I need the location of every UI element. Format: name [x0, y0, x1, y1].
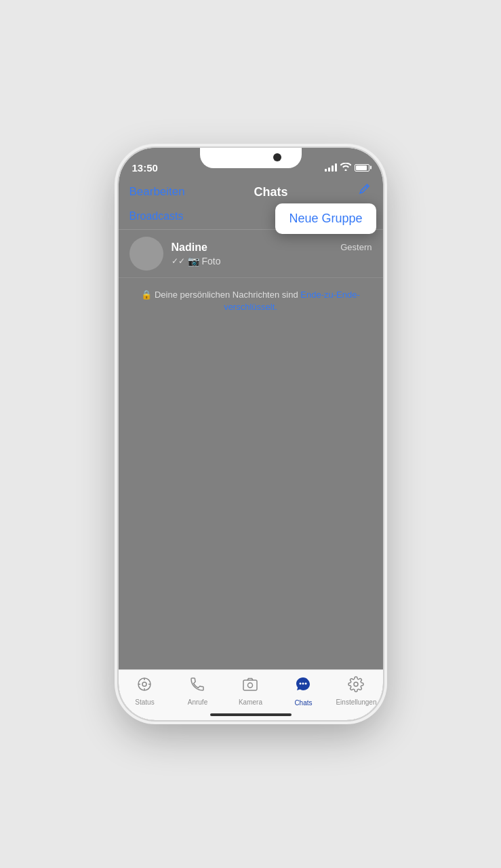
notch — [200, 148, 302, 168]
home-indicator — [210, 713, 292, 716]
signal-bars-icon — [325, 163, 337, 172]
wifi-icon — [340, 162, 351, 173]
status-time: 13:50 — [132, 162, 158, 174]
svg-point-10 — [305, 683, 307, 685]
status-tab-label: Status — [135, 698, 154, 706]
chats-tab-icon — [294, 675, 312, 697]
chat-time: Gestern — [340, 242, 372, 252]
broadcasts-row: Broadcasts Neue Gruppe — [119, 203, 383, 230]
notch-camera — [273, 153, 281, 161]
encryption-notice: 🔒 Deine persönlichen Nachrichten sind En… — [119, 278, 383, 324]
compose-icon[interactable] — [357, 183, 372, 201]
kamera-tab-label: Kamera — [239, 698, 262, 706]
svg-rect-6 — [243, 680, 257, 690]
tab-einstellungen[interactable]: Einstellungen — [336, 676, 376, 706]
neue-gruppe-label[interactable]: Neue Gruppe — [289, 212, 362, 225]
anrufe-tab-label: Anrufe — [188, 698, 207, 706]
checkmarks-icon: ✓✓ — [172, 256, 185, 266]
chat-content: Nadine Gestern ✓✓ 📷 Foto — [172, 241, 372, 267]
kamera-tab-icon — [242, 676, 258, 696]
camera-icon: 📷 — [188, 256, 199, 267]
tab-kamera[interactable]: Kamera — [230, 676, 270, 706]
chat-avatar — [129, 237, 163, 271]
chat-top-row: Nadine Gestern — [172, 241, 372, 254]
status-tab-icon — [136, 676, 153, 696]
anrufe-tab-icon — [189, 676, 205, 696]
einstellungen-tab-label: Einstellungen — [336, 698, 376, 706]
tab-bar: Status Anrufe — [119, 669, 383, 720]
edit-button[interactable]: Bearbeiten — [129, 185, 185, 199]
svg-point-8 — [300, 683, 302, 685]
svg-point-1 — [142, 682, 146, 686]
nav-title: Chats — [254, 185, 288, 199]
chat-preview: ✓✓ 📷 Foto — [172, 256, 372, 267]
encryption-text: 🔒 Deine persönlichen Nachrichten sind En… — [141, 290, 359, 312]
tab-status[interactable]: Status — [124, 676, 165, 706]
preview-text: Foto — [202, 256, 221, 267]
tab-chats[interactable]: Chats — [283, 675, 323, 707]
svg-point-11 — [354, 682, 358, 686]
phone-screen: 13:50 — [119, 148, 383, 720]
chats-tab-label: Chats — [294, 699, 312, 707]
chat-item-nadine[interactable]: Nadine Gestern ✓✓ 📷 Foto — [119, 230, 383, 278]
neue-gruppe-popup[interactable]: Neue Gruppe — [275, 203, 376, 234]
chat-name: Nadine — [172, 241, 207, 254]
svg-point-9 — [302, 683, 304, 685]
broadcasts-link[interactable]: Broadcasts — [129, 210, 184, 222]
chat-list: Nadine Gestern ✓✓ 📷 Foto 🔒 Deine persönl… — [119, 230, 383, 669]
einstellungen-tab-icon — [348, 676, 364, 696]
tab-anrufe[interactable]: Anrufe — [177, 676, 218, 706]
nav-bar: Bearbeiten Chats — [119, 178, 383, 203]
status-icons — [325, 162, 369, 173]
svg-point-7 — [248, 683, 253, 688]
battery-icon — [355, 164, 369, 172]
phone-frame: 13:50 — [119, 148, 383, 720]
